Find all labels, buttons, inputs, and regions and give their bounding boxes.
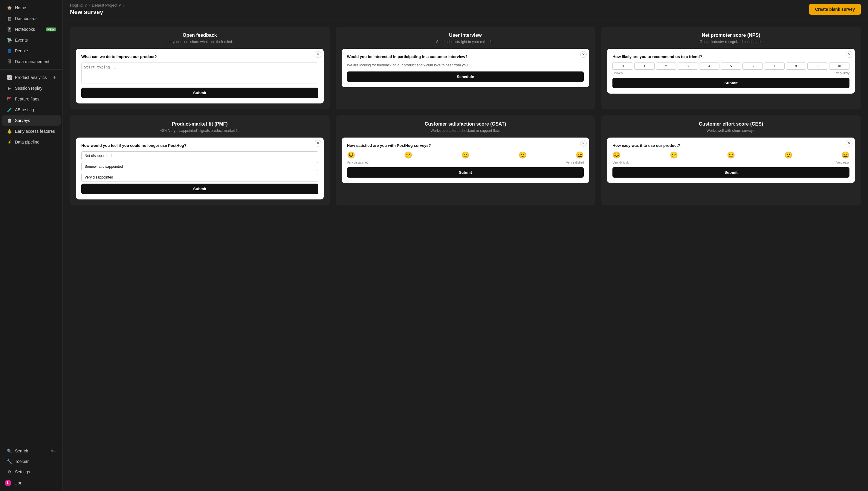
- sidebar-item-data-pipeline[interactable]: ⚡ Data pipeline: [2, 137, 61, 147]
- survey-card-ces[interactable]: Customer effort score (CES) Works well w…: [601, 115, 861, 205]
- survey-title-user-interview: User interview: [449, 33, 481, 38]
- nps-10[interactable]: 10: [829, 62, 849, 70]
- sidebar-item-data-management[interactable]: 🗄 Data management: [2, 57, 61, 67]
- data-pipeline-icon: ⚡: [7, 139, 12, 145]
- avatar: L: [5, 480, 11, 486]
- ces-emoji-5[interactable]: 😄: [841, 151, 849, 159]
- popup-question-pmf: How would you feel if you could no longe…: [81, 143, 318, 148]
- popup-textarea-open-feedback[interactable]: [81, 62, 318, 83]
- popup-submit-nps[interactable]: Submit: [612, 78, 849, 88]
- popup-close-pmf[interactable]: ✕: [315, 140, 321, 146]
- survey-title-pmf: Product-market fit (PMF): [172, 121, 228, 127]
- popup-submit-ces[interactable]: Submit: [612, 167, 849, 178]
- breadcrumb-hogflix[interactable]: HogFlix ∨: [70, 3, 87, 7]
- sidebar-item-surveys[interactable]: 📋 Surveys: [2, 115, 61, 125]
- sidebar-item-dashboards[interactable]: ▦ Dashboards: [2, 13, 61, 24]
- nps-5[interactable]: 5: [721, 62, 741, 70]
- popup-question-nps: How likely are you to recommend us to a …: [612, 54, 849, 59]
- sidebar-item-home[interactable]: 🏠 Home: [2, 3, 61, 13]
- csat-emoji-4[interactable]: 🙂: [518, 151, 527, 159]
- csat-emoji-3[interactable]: 😐: [461, 151, 469, 159]
- home-icon: 🏠: [7, 5, 12, 10]
- header-left: HogFlix ∨ / Default Project ∨ / New surv…: [70, 3, 124, 16]
- sidebar-item-ab-testing[interactable]: 🧪 AB testing: [2, 105, 61, 115]
- sidebar-item-session-replay[interactable]: ▶ Session replay: [2, 83, 61, 93]
- survey-popup-user-interview: ✕ Would you be interested in participati…: [342, 49, 590, 87]
- sidebar-item-events[interactable]: 📡 Events: [2, 35, 61, 45]
- nps-0[interactable]: 0: [612, 62, 633, 70]
- sidebar-item-early-access[interactable]: 🌟 Early access features: [2, 126, 61, 136]
- sidebar-item-notebooks[interactable]: 📓 Notebooks NEW: [2, 24, 61, 34]
- sidebar-item-search[interactable]: 🔍 Search ⌘K: [2, 446, 61, 456]
- nps-2[interactable]: 2: [656, 62, 676, 70]
- ces-emoji-2[interactable]: 😕: [670, 151, 678, 159]
- pmf-option-1[interactable]: Not disappointed: [81, 151, 318, 160]
- ces-emoji-3[interactable]: 😐: [727, 151, 735, 159]
- people-icon: 👤: [7, 48, 12, 54]
- nps-4[interactable]: 4: [699, 62, 719, 70]
- product-analytics-icon: 📈: [7, 75, 12, 80]
- ces-labels: Very difficult Very easy: [612, 161, 849, 164]
- survey-card-csat[interactable]: Customer satisfaction score (CSAT) Works…: [336, 115, 595, 205]
- nps-7[interactable]: 7: [764, 62, 784, 70]
- search-shortcut: ⌘K: [51, 449, 56, 453]
- sidebar-item-product-analytics[interactable]: 📈 Product analytics +: [2, 73, 61, 83]
- popup-close-user-interview[interactable]: ✕: [580, 51, 587, 58]
- surveys-icon: 📋: [7, 118, 12, 123]
- ab-testing-icon: 🧪: [7, 107, 12, 112]
- survey-title-csat: Customer satisfaction score (CSAT): [425, 121, 506, 127]
- popup-submit-pmf[interactable]: Submit: [81, 183, 318, 194]
- survey-desc-csat: Works best after a checkout or support f…: [430, 128, 500, 133]
- new-badge: NEW: [46, 28, 56, 31]
- user-name: Lior: [14, 481, 21, 485]
- survey-card-pmf[interactable]: Product-market fit (PMF) 40% 'very disap…: [70, 115, 330, 205]
- survey-grid: Open feedback Let your users share what'…: [70, 27, 861, 205]
- page-title: New survey: [70, 9, 124, 16]
- popup-submit-open-feedback[interactable]: Submit: [81, 88, 318, 98]
- survey-desc-pmf: 40% 'very disappointed' signals product-…: [160, 128, 240, 133]
- nps-3[interactable]: 3: [678, 62, 698, 70]
- create-blank-survey-button[interactable]: Create blank survey: [809, 4, 861, 15]
- pmf-option-3[interactable]: Very disappointed: [81, 173, 318, 182]
- csat-label-left: Very dissatisfied: [347, 161, 368, 164]
- nps-6[interactable]: 6: [743, 62, 763, 70]
- ces-label-left: Very difficult: [612, 161, 629, 164]
- sidebar-item-toolbar[interactable]: 🔧 Toolbar: [2, 456, 61, 466]
- sidebar-item-feature-flags[interactable]: 🚩 Feature flags: [2, 94, 61, 104]
- popup-close-ces[interactable]: ✕: [846, 140, 852, 146]
- settings-icon: ⚙: [7, 469, 12, 474]
- popup-close-csat[interactable]: ✕: [580, 140, 587, 146]
- sidebar-item-settings[interactable]: ⚙ Settings: [2, 467, 61, 477]
- nps-8[interactable]: 8: [786, 62, 806, 70]
- popup-schedule-user-interview[interactable]: Schedule: [347, 71, 584, 82]
- sidebar-item-people[interactable]: 👤 People: [2, 46, 61, 56]
- csat-emoji-1[interactable]: 😣: [347, 151, 355, 159]
- dashboards-icon: ▦: [7, 16, 12, 21]
- add-insight-icon[interactable]: +: [53, 75, 56, 80]
- survey-card-open-feedback[interactable]: Open feedback Let your users share what'…: [70, 27, 330, 110]
- nps-9[interactable]: 9: [807, 62, 828, 70]
- pmf-option-2[interactable]: Somewhat disappointed: [81, 162, 318, 171]
- breadcrumb: HogFlix ∨ / Default Project ∨ /: [70, 3, 124, 7]
- survey-popup-ces: ✕ How easy was it to use our product? 😣 …: [607, 138, 855, 183]
- popup-close-nps[interactable]: ✕: [846, 51, 852, 58]
- surveys-content: Open feedback Let your users share what'…: [63, 20, 868, 491]
- ces-emoji-1[interactable]: 😣: [612, 151, 621, 159]
- user-profile[interactable]: L Lior ›: [0, 477, 62, 489]
- sidebar-divider-1: [0, 69, 62, 70]
- nps-1[interactable]: 1: [634, 62, 655, 70]
- csat-emoji-5[interactable]: 😄: [576, 151, 584, 159]
- csat-emoji-2[interactable]: 😕: [404, 151, 412, 159]
- survey-popup-open-feedback: ✕ What can we do to improve our product?…: [76, 49, 324, 104]
- survey-title-ces: Customer effort score (CES): [699, 121, 763, 127]
- breadcrumb-project[interactable]: Default Project ∨: [92, 3, 121, 7]
- survey-card-nps[interactable]: Net promoter score (NPS) Get an industry…: [601, 27, 861, 110]
- popup-submit-csat[interactable]: Submit: [347, 167, 584, 178]
- ces-emoji-4[interactable]: 🙂: [784, 151, 792, 159]
- nps-label-right: Very likely: [836, 71, 849, 75]
- survey-card-user-interview[interactable]: User interview Send users straight to yo…: [336, 27, 595, 110]
- feature-flags-icon: 🚩: [7, 96, 12, 102]
- notebooks-icon: 📓: [7, 27, 12, 32]
- popup-close-open-feedback[interactable]: ✕: [315, 51, 321, 58]
- csat-label-right: Very satisfied: [566, 161, 584, 164]
